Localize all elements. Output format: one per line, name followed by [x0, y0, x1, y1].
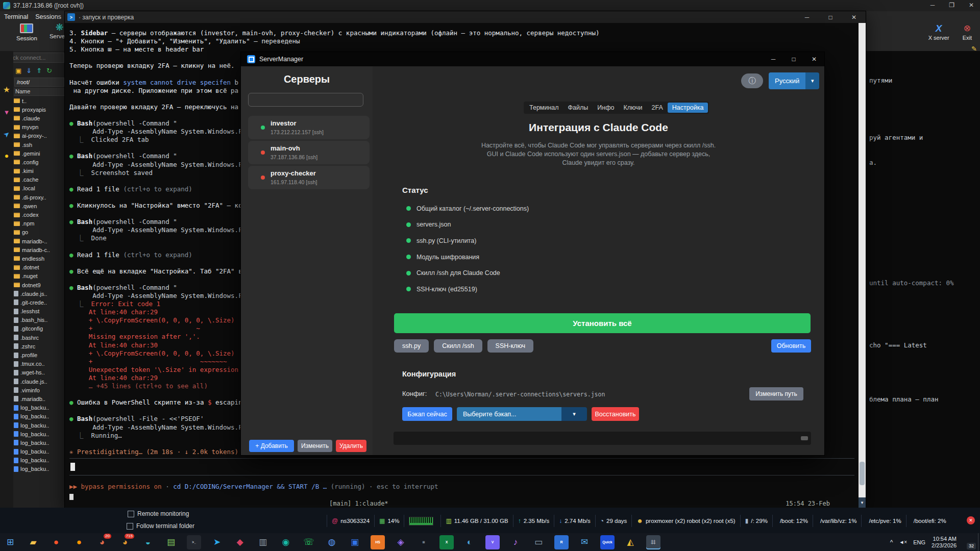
server-card[interactable]: investor 173.212.212.157 [ssh] — [248, 116, 370, 139]
taskbar-icon-telegram[interactable]: ➤ — [210, 535, 224, 549]
taskbar-icon-app[interactable]: V — [485, 535, 500, 549]
maximize-icon[interactable]: □ — [819, 14, 842, 21]
sessions-star-icon[interactable]: ★ — [3, 85, 10, 94]
file-row[interactable]: myvpn — [14, 123, 65, 132]
file-row[interactable]: .bashrc — [14, 333, 65, 342]
taskbar-icon-edge[interactable]: ◒ — [141, 535, 155, 549]
file-row[interactable]: .gitconfig — [14, 324, 65, 333]
taskbar-icon-browser-profile[interactable]: ◕20 — [95, 535, 109, 549]
install-all-button[interactable]: Установить всё — [394, 313, 811, 333]
file-row[interactable]: .claude.js.. — [14, 289, 65, 298]
file-row[interactable]: log_backu.. — [14, 430, 65, 438]
taskbar-icon-excel[interactable]: X — [439, 535, 454, 549]
file-row[interactable]: log_backu.. — [14, 404, 65, 412]
scroll-down-icon[interactable]: ▾ — [859, 497, 866, 508]
file-row[interactable]: .nuget — [14, 272, 65, 281]
servermanager-titlebar[interactable]: ServerManager ─ □ ✕ — [241, 52, 824, 66]
file-row[interactable]: log_backu.. — [14, 447, 65, 456]
tab[interactable]: Файлы — [564, 103, 593, 113]
tab[interactable]: Ключи — [619, 103, 647, 113]
backup-now-button[interactable]: Бэкап сейчас — [402, 407, 452, 421]
file-row[interactable]: .di-proxy.. — [14, 193, 65, 202]
file-row[interactable]: .bash_his.. — [14, 316, 65, 324]
tab[interactable]: Терминал — [525, 103, 564, 113]
file-row[interactable]: .git-crede.. — [14, 298, 65, 307]
taskbar-icon-app[interactable]: ◭ — [623, 535, 638, 549]
follow-terminal-folder-checkbox[interactable]: Follow terminal folder — [127, 522, 194, 530]
file-row[interactable]: .claude.js.. — [14, 377, 65, 386]
restore-button[interactable]: Восстановить — [592, 407, 639, 421]
sftp-icon[interactable]: ● — [5, 152, 9, 160]
server-card[interactable]: proxy-checker 161.97.118.40 [ssh] — [248, 166, 370, 189]
macros-icon[interactable]: ➤ — [2, 129, 11, 139]
file-row[interactable]: log_backu.. — [14, 438, 65, 447]
file-row[interactable]: .codex — [14, 210, 65, 219]
delete-server-button[interactable]: Удалить — [336, 440, 366, 452]
file-row[interactable]: .config — [14, 158, 65, 166]
scrollbar-thumb[interactable] — [801, 436, 808, 440]
maximize-icon[interactable]: □ — [783, 56, 804, 63]
file-row[interactable]: go — [14, 228, 65, 237]
taskbar-icon-chrome[interactable]: ◍ — [325, 535, 339, 549]
show-desktop-button[interactable] — [978, 533, 980, 551]
minimize-icon[interactable]: ─ — [930, 2, 935, 9]
clock[interactable]: 10:54 AM 2/23/2026 — [932, 536, 957, 549]
minimize-icon[interactable]: ─ — [795, 14, 819, 21]
remote-monitoring-checkbox[interactable]: Remote monitoring — [128, 510, 189, 517]
taskbar-icon-app[interactable]: R — [554, 535, 569, 549]
taskbar-icon-mail[interactable]: ✉ — [577, 535, 592, 549]
tray-expand-icon[interactable]: ^ — [890, 539, 893, 546]
taskbar-icon-app[interactable]: ▥ — [256, 535, 270, 549]
info-button[interactable]: ⓘ — [741, 73, 763, 88]
file-row[interactable]: .viminfo — [14, 386, 65, 394]
refresh-button[interactable]: Обновить — [771, 339, 811, 353]
files-column-header[interactable]: Name — [14, 88, 66, 96]
close-icon[interactable]: ✕ — [969, 2, 974, 9]
tab[interactable]: 2FA — [647, 103, 668, 113]
file-row[interactable]: endlessh — [14, 254, 65, 263]
upload-icon[interactable]: ⇑ — [36, 67, 42, 74]
speaker-muted-icon[interactable]: ◄× — [899, 539, 907, 545]
taskbar-icon-quick[interactable]: Quick — [600, 535, 615, 549]
file-row[interactable]: .claude — [14, 114, 65, 122]
taskbar-icon-app[interactable]: ◐ — [462, 535, 477, 549]
edit-server-button[interactable]: Изменить — [298, 440, 332, 452]
refresh-icon[interactable]: ↻ — [46, 67, 52, 74]
tab[interactable]: Инфо — [593, 103, 619, 113]
claude-input-box[interactable] — [69, 458, 854, 475]
tools-icon[interactable]: ▾ — [5, 108, 9, 117]
taskbar-icon-app[interactable]: ◉ — [279, 535, 293, 549]
taskbar-icon-terminal[interactable]: >_ — [187, 535, 201, 549]
taskbar-icon-music[interactable]: ♪ — [508, 535, 523, 549]
file-row[interactable]: log_backu.. — [14, 456, 65, 465]
notification-count-badge[interactable]: 32 — [967, 543, 976, 549]
file-row[interactable]: .zshrc — [14, 342, 65, 350]
terminal-scrollbar[interactable]: ▾ — [859, 23, 866, 508]
file-row[interactable]: .qwen — [14, 202, 65, 210]
file-row[interactable]: .npm — [14, 219, 65, 228]
file-row[interactable]: mariadb-c.. — [14, 245, 65, 254]
backup-select[interactable]: Выберите бэкап... ▾ — [457, 407, 587, 421]
powershell-titlebar[interactable]: > · запуск и проверка ─ □ ✕ — [65, 11, 866, 23]
server-search-input[interactable] — [248, 93, 363, 107]
taskbar-icon-app[interactable]: ▪ — [416, 535, 431, 549]
taskbar-icon-browser-profile[interactable]: ◕715 — [118, 535, 132, 549]
file-row[interactable]: t.. — [14, 96, 65, 105]
taskbar-icon-app[interactable]: ▭ — [531, 535, 546, 549]
taskbar-icon-app[interactable]: ◆ — [233, 535, 247, 549]
folder-up-icon[interactable]: ▣ — [15, 67, 21, 74]
file-row[interactable]: log_backu.. — [14, 412, 65, 421]
close-icon[interactable]: ✕ — [967, 516, 975, 524]
file-row[interactable]: .cache — [14, 176, 65, 184]
file-row[interactable]: .local — [14, 184, 65, 193]
taskbar-icon-notepad[interactable]: ▤ — [164, 535, 178, 549]
tab[interactable]: Настройка — [668, 103, 708, 113]
file-row[interactable]: .mariadb.. — [14, 394, 65, 403]
file-row[interactable]: .profile — [14, 350, 65, 359]
file-row[interactable]: mariadb-.. — [14, 237, 65, 245]
file-row[interactable]: .ssh — [14, 140, 65, 149]
session-button[interactable]: Session — [16, 23, 37, 41]
x-server-button[interactable]: X X server — [928, 24, 949, 41]
file-row[interactable]: .gemini — [14, 149, 65, 158]
taskbar-icon-start[interactable]: ⊞ — [3, 535, 17, 549]
